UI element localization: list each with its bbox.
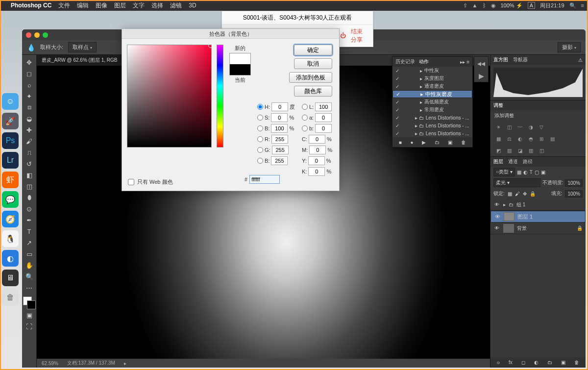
- adj-photo-icon[interactable]: ◓: [527, 135, 535, 143]
- radio-l[interactable]: [302, 104, 308, 110]
- share-icon[interactable]: ⇧: [463, 2, 467, 9]
- input-lang[interactable]: A: [528, 2, 535, 9]
- dodge-tool[interactable]: ⊙: [23, 203, 36, 214]
- radio-bb[interactable]: [257, 158, 263, 164]
- link-icon[interactable]: ⌾: [497, 360, 500, 365]
- quickmask-tool[interactable]: ▣: [23, 310, 36, 321]
- zoom-tool[interactable]: 🔍: [23, 271, 36, 282]
- dock-qq[interactable]: 🐧: [2, 230, 19, 247]
- adj-invert-icon[interactable]: ◩: [494, 147, 502, 154]
- input-k[interactable]: [308, 167, 325, 176]
- check-icon[interactable]: ✓: [394, 123, 400, 128]
- visibility-icon[interactable]: 👁: [493, 202, 500, 207]
- lock-pos-icon[interactable]: ✥: [523, 191, 527, 197]
- filter-type-icon[interactable]: T: [530, 170, 533, 175]
- adj-thresh-icon[interactable]: ◪: [516, 147, 524, 154]
- dock-safari[interactable]: 🧭: [2, 211, 19, 227]
- bluetooth-icon[interactable]: ᛒ: [483, 2, 486, 8]
- adj-sel-icon[interactable]: ◫: [538, 147, 545, 154]
- fill-adj-icon[interactable]: ◐: [534, 360, 539, 365]
- maximize-icon[interactable]: [43, 32, 48, 38]
- input-h[interactable]: [271, 102, 288, 111]
- dock-trash[interactable]: 🗑: [2, 289, 19, 306]
- check-icon[interactable]: ✓: [395, 91, 401, 98]
- filter-pixel-icon[interactable]: ▦: [517, 170, 521, 175]
- dock-app-orange[interactable]: 虾: [2, 172, 19, 188]
- tab-paths[interactable]: 路径: [523, 158, 533, 165]
- input-m[interactable]: [309, 146, 326, 154]
- color-swatches[interactable]: [23, 296, 36, 309]
- shape-tool[interactable]: ▭: [23, 248, 36, 259]
- crop-tool[interactable]: ⧈: [23, 102, 36, 113]
- dock-monitor[interactable]: 🖥: [2, 270, 19, 286]
- tab-layers[interactable]: 图层: [493, 158, 503, 165]
- action-row[interactable]: ✓▸ 🗀 Lens Distortions - ...: [392, 122, 472, 129]
- check-icon[interactable]: ✓: [394, 131, 400, 136]
- chevron-right-icon[interactable]: ▸: [503, 202, 506, 207]
- play-big-icon[interactable]: ▶: [479, 72, 484, 80]
- tab-navigator[interactable]: 导航器: [513, 56, 528, 63]
- adj-vibrance-icon[interactable]: ▽: [538, 123, 545, 131]
- adj-bw-icon[interactable]: ◐: [516, 135, 524, 143]
- radio-b[interactable]: [302, 125, 308, 131]
- input-bv[interactable]: [271, 124, 288, 133]
- dock-wechat[interactable]: 💬: [2, 191, 19, 208]
- new-set-icon[interactable]: 🗀: [435, 140, 440, 145]
- adj-curves-icon[interactable]: 〰: [516, 123, 524, 131]
- type-tool[interactable]: T: [23, 226, 36, 237]
- gradient-tool[interactable]: ◫: [23, 181, 36, 192]
- new-action-icon[interactable]: ▣: [448, 140, 452, 145]
- more-tools[interactable]: ⋯: [23, 282, 36, 293]
- menu-icon[interactable]: ≡: [581, 2, 584, 8]
- screenmode-tool[interactable]: ⛶: [23, 321, 36, 332]
- input-b[interactable]: [315, 124, 332, 133]
- adj-post-icon[interactable]: ▨: [505, 147, 513, 154]
- blend-mode-select[interactable]: 柔光 ▾: [493, 178, 540, 187]
- wifi-signal-icon[interactable]: ◉: [491, 2, 496, 9]
- menu-filter[interactable]: 滤镜: [170, 1, 182, 10]
- tab-actions[interactable]: 动作: [419, 58, 429, 65]
- document-tab[interactable]: 磨皮_ARW @ 62.6% (图层 1, RGB: [37, 55, 122, 66]
- play-icon[interactable]: ▶: [422, 140, 426, 145]
- input-r[interactable]: [271, 135, 288, 144]
- layer-name[interactable]: 图层 1: [517, 213, 533, 221]
- adj-hue-icon[interactable]: ▦: [494, 135, 502, 143]
- hue-slider[interactable]: [217, 45, 223, 148]
- input-bb[interactable]: [271, 156, 288, 165]
- dock-photoshop[interactable]: Ps: [2, 132, 19, 149]
- tab-histogram[interactable]: 直方图: [493, 56, 508, 63]
- action-row[interactable]: ✓▸ 通道磨皮: [392, 82, 472, 90]
- close-icon[interactable]: [26, 32, 31, 38]
- app-name[interactable]: Photoshop CC: [11, 2, 51, 9]
- ok-button[interactable]: 确定: [294, 45, 332, 55]
- menu-file[interactable]: 文件: [58, 1, 70, 10]
- tab-channels[interactable]: 通道: [508, 158, 518, 165]
- radio-bv[interactable]: [257, 125, 263, 131]
- lasso-tool[interactable]: ⌕: [23, 79, 36, 90]
- filter-adj-icon[interactable]: ◐: [523, 170, 528, 175]
- adj-mix-icon[interactable]: ⊞: [538, 135, 545, 143]
- action-row[interactable]: ✓▸ 常用磨皮: [392, 106, 472, 114]
- warning-icon[interactable]: ⚠: [578, 57, 583, 63]
- fill-value[interactable]: 100%: [565, 190, 583, 197]
- menu-type[interactable]: 文字: [133, 1, 145, 10]
- workspace-select[interactable]: 摄影 ▾: [558, 42, 581, 52]
- layer-name[interactable]: 背景: [517, 225, 527, 232]
- filter-shape-icon[interactable]: ▢: [535, 170, 539, 175]
- pen-tool[interactable]: ✒: [23, 215, 36, 225]
- clock[interactable]: 周日21:19: [540, 2, 564, 9]
- brush-tool[interactable]: 🖌: [23, 136, 36, 147]
- status-chevron-icon[interactable]: ▸: [124, 361, 126, 366]
- lock-trans-icon[interactable]: ▦: [508, 191, 512, 197]
- layer-row[interactable]: 👁 背景 🔒: [490, 222, 586, 234]
- stamp-tool[interactable]: ⎍: [23, 147, 36, 158]
- action-row[interactable]: ✓▸ 中性灰: [392, 67, 472, 74]
- trash-icon[interactable]: 🗑: [461, 140, 466, 145]
- check-icon[interactable]: ✓: [394, 107, 400, 113]
- tab-adjustments[interactable]: 调整: [493, 102, 503, 109]
- menu-edit[interactable]: 编辑: [77, 1, 89, 10]
- blur-tool[interactable]: ⬮: [23, 192, 36, 203]
- radio-s[interactable]: [257, 115, 263, 121]
- eyedropper-icon[interactable]: 💧: [27, 44, 35, 51]
- adj-brightness-icon[interactable]: ☀: [494, 123, 502, 131]
